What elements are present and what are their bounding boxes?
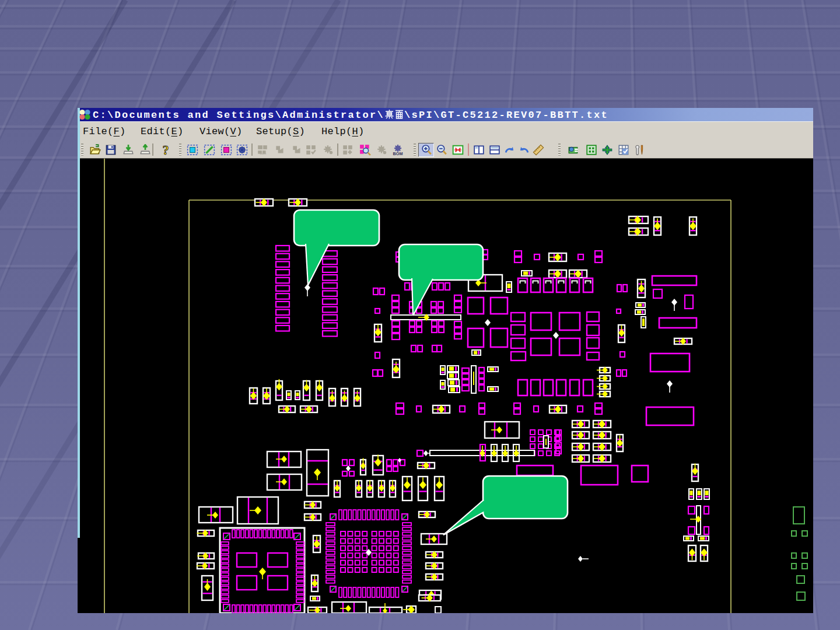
svg-text:BOM: BOM bbox=[393, 151, 403, 156]
svg-text:?: ? bbox=[162, 144, 169, 156]
svg-text:bom: bom bbox=[260, 152, 267, 155]
